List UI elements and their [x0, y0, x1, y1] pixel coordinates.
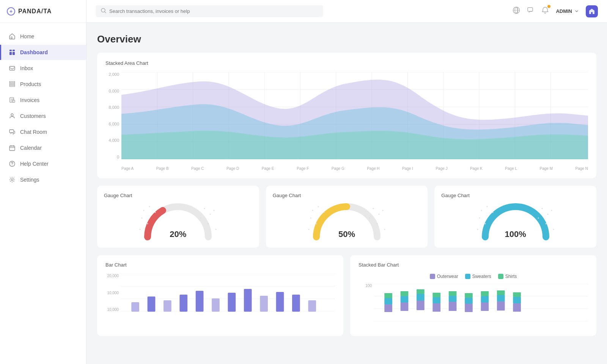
invoices-icon: [9, 97, 16, 104]
svg-point-63: [481, 210, 482, 211]
svg-point-55: [373, 208, 374, 209]
search-icon: [101, 8, 106, 14]
svg-point-48: [208, 223, 209, 224]
inbox-icon: [9, 65, 16, 72]
stacked-area-chart-title: Stacked Area Chart: [105, 60, 588, 66]
svg-rect-95: [384, 304, 392, 312]
messages-icon[interactable]: [527, 6, 535, 16]
svg-point-11: [11, 114, 13, 116]
stacked-bar-chart-title: Stacked Bar Chart: [359, 262, 588, 268]
header-actions: ADMIN: [513, 5, 598, 17]
svg-rect-88: [276, 292, 284, 312]
svg-point-66: [479, 218, 480, 219]
svg-rect-108: [449, 296, 457, 302]
sidebar-item-label-products: Products: [20, 81, 41, 87]
svg-rect-103: [417, 289, 425, 294]
admin-dropdown[interactable]: ADMIN: [556, 8, 579, 14]
svg-rect-111: [465, 298, 473, 304]
sidebar-item-inbox[interactable]: Inbox: [0, 61, 86, 76]
gauge-charts-row: Gauge Chart: [97, 186, 596, 248]
header: ADMIN: [86, 0, 607, 23]
svg-point-69: [551, 210, 552, 211]
svg-rect-102: [417, 294, 425, 301]
svg-rect-3: [9, 52, 12, 55]
sidebar-item-products[interactable]: Products: [0, 77, 86, 92]
svg-point-44: [210, 214, 211, 215]
sidebar-item-help-center[interactable]: Help Center: [0, 156, 86, 171]
bar-chart-card: Bar Chart 20,000 10,000 10,000: [97, 255, 343, 336]
legend-outerwear: Outerwear: [430, 274, 458, 279]
svg-rect-86: [244, 289, 252, 312]
svg-rect-90: [308, 300, 316, 312]
logo-text: PANDA/TA: [18, 8, 52, 15]
gauge-1-wrap: 20%: [104, 203, 252, 239]
svg-rect-81: [164, 300, 171, 312]
svg-point-57: [382, 210, 384, 211]
notifications-icon[interactable]: [541, 6, 549, 16]
svg-rect-85: [228, 293, 236, 312]
svg-point-39: [143, 210, 145, 211]
gauge-2-label: 50%: [338, 229, 355, 239]
legend-shirts-label: Shirts: [505, 274, 517, 279]
sidebar-logo: PANDA/TA: [0, 0, 86, 23]
svg-rect-106: [432, 293, 440, 297]
svg-rect-100: [401, 291, 409, 296]
globe-icon[interactable]: [513, 6, 520, 16]
logo-icon: [7, 7, 15, 16]
svg-point-59: [316, 223, 317, 224]
svg-rect-99: [401, 296, 409, 303]
bar-chart-title: Bar Chart: [105, 262, 335, 268]
svg-point-56: [379, 214, 380, 215]
svg-rect-80: [148, 297, 156, 312]
svg-point-68: [547, 214, 548, 215]
gauge-3-title: Gauge Chart: [441, 193, 590, 198]
sidebar-item-label-help-center: Help Center: [20, 161, 49, 167]
sidebar-item-chat-room[interactable]: Chat Room: [0, 124, 86, 140]
sidebar-item-settings[interactable]: Settings: [0, 172, 86, 187]
stacked-bar-svg: [374, 284, 588, 322]
legend-outerwear-label: Outerwear: [437, 274, 458, 279]
sidebar-item-customers[interactable]: Customers: [0, 108, 86, 124]
search-input[interactable]: [109, 8, 318, 14]
home-icon: [9, 33, 16, 40]
svg-point-53: [324, 212, 325, 213]
svg-rect-4: [13, 52, 15, 55]
svg-rect-13: [9, 146, 15, 151]
svg-point-43: [204, 208, 205, 209]
svg-rect-104: [432, 303, 440, 312]
customers-icon: [9, 113, 16, 119]
svg-rect-12: [9, 130, 14, 133]
svg-point-60: [377, 223, 378, 224]
page-title: Overview: [97, 33, 596, 45]
svg-point-41: [155, 212, 156, 213]
svg-rect-118: [497, 290, 505, 295]
sidebar-item-home[interactable]: Home: [0, 29, 86, 44]
svg-rect-97: [384, 293, 392, 298]
svg-point-15: [12, 165, 13, 166]
help-center-icon: [9, 160, 16, 167]
svg-point-67: [541, 208, 543, 209]
bar-y-labels: 20,000 10,000 10,000: [105, 274, 121, 312]
bar-chart-svg: [121, 274, 335, 312]
svg-rect-120: [513, 297, 521, 303]
svg-point-52: [318, 206, 319, 207]
svg-point-51: [312, 210, 313, 211]
svg-rect-20: [528, 8, 533, 11]
sidebar-item-label-dashboard: Dashboard: [20, 49, 48, 55]
svg-point-70: [538, 218, 539, 219]
search-bar[interactable]: [96, 5, 323, 17]
main-content: ADMIN Overview Stacked Area Chart 2,000 …: [86, 0, 607, 364]
user-avatar[interactable]: [586, 5, 598, 17]
svg-rect-79: [131, 302, 139, 312]
notification-badge: [547, 5, 550, 8]
svg-point-45: [214, 210, 215, 211]
area-x-labels: Page A Page B Page C Page D Page E Page …: [121, 165, 588, 171]
sidebar-item-invoices[interactable]: Invoices: [0, 93, 86, 108]
svg-rect-119: [513, 303, 521, 312]
svg-point-47: [147, 223, 148, 224]
sidebar-item-dashboard[interactable]: Dashboard: [0, 45, 86, 60]
gauge-3-label: 100%: [505, 229, 526, 239]
sidebar-item-calendar[interactable]: Calendar: [0, 140, 86, 155]
svg-point-46: [200, 218, 201, 219]
stacked-bar-chart-card: Stacked Bar Chart Outerwear Sweaters Shi…: [350, 255, 596, 336]
